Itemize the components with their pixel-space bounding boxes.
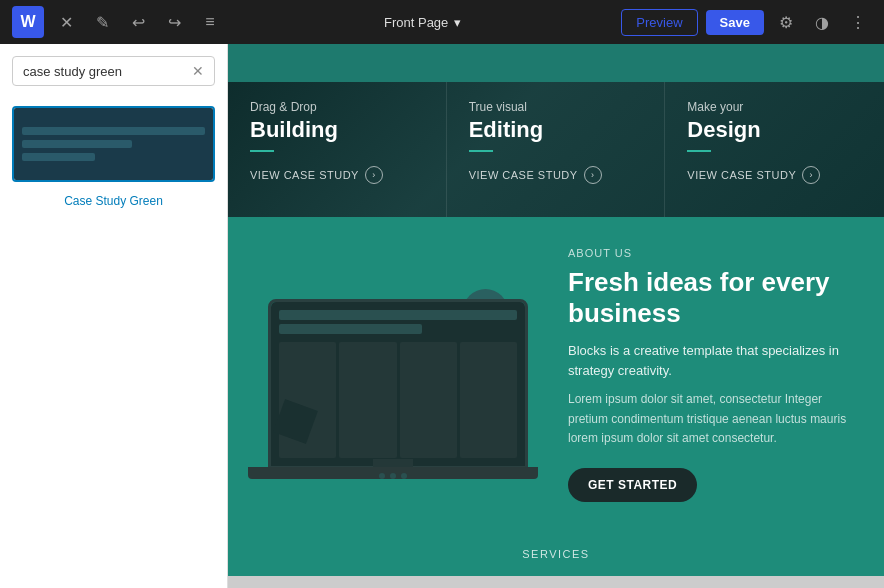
hero-subtitle-1: Drag & Drop [250, 100, 424, 114]
redo-icon: ↪ [168, 13, 181, 32]
chevron-down-icon: ▾ [454, 15, 461, 30]
about-text: ABOUT US Fresh ideas for every business … [538, 247, 854, 502]
hero-title-2: Editing [469, 118, 643, 142]
laptop-base [248, 467, 538, 479]
laptop-dot-1 [379, 473, 385, 479]
about-illustration [248, 269, 538, 479]
hero-card-2: True visual Editing VIEW CASE STUDY › [447, 82, 666, 217]
hero-section: Drag & Drop Building VIEW CASE STUDY › T… [228, 82, 884, 217]
hero-link-circle-2: › [584, 166, 602, 184]
thumb-row-1 [22, 127, 205, 135]
hero-link-3[interactable]: VIEW CASE STUDY › [687, 166, 862, 184]
hero-title-3: Design [687, 118, 862, 142]
pen-button[interactable]: ✎ [88, 8, 116, 36]
save-button[interactable]: Save [706, 10, 764, 35]
canvas-area[interactable]: Drag & Drop Building VIEW CASE STUDY › T… [228, 44, 884, 588]
laptop-stand [373, 459, 413, 467]
hero-divider-3 [687, 150, 711, 152]
sidebar: ✕ Case Study Green [0, 44, 228, 588]
list-icon: ≡ [205, 13, 214, 31]
services-label: SERVICES [244, 548, 868, 560]
pattern-thumb-inner [14, 108, 213, 180]
main-layout: ✕ Case Study Green Drag & Drop [0, 44, 884, 588]
dots-icon: ⋮ [850, 13, 866, 32]
close-button[interactable]: ✕ [52, 8, 80, 36]
screen-col-3 [400, 342, 457, 458]
hero-link-text-1: VIEW CASE STUDY [250, 169, 359, 181]
hero-card-1: Drag & Drop Building VIEW CASE STUDY › [228, 82, 447, 217]
wp-logo[interactable]: W [12, 6, 44, 38]
screen-bar-1 [279, 310, 517, 320]
screen-bar-2 [279, 324, 422, 334]
hero-divider-2 [469, 150, 493, 152]
redo-button[interactable]: ↪ [160, 8, 188, 36]
hero-subtitle-2: True visual [469, 100, 643, 114]
page-title-button[interactable]: Front Page ▾ [376, 11, 469, 34]
list-button[interactable]: ≡ [196, 8, 224, 36]
top-teal-bar [228, 44, 884, 82]
get-started-button[interactable]: GET STARTED [568, 468, 697, 502]
laptop-dot-2 [390, 473, 396, 479]
about-label: ABOUT US [568, 247, 854, 259]
preview-button[interactable]: Preview [621, 9, 697, 36]
sidebar-content: Case Study Green [0, 98, 227, 588]
pen-icon: ✎ [96, 13, 109, 32]
canvas-inner: Drag & Drop Building VIEW CASE STUDY › T… [228, 44, 884, 576]
topbar-left: W ✕ ✎ ↩ ↪ ≡ [12, 6, 224, 38]
screen-col-4 [460, 342, 517, 458]
search-clear-button[interactable]: ✕ [192, 63, 204, 79]
pattern-thumbnail[interactable] [12, 106, 215, 182]
hero-link-circle-3: › [802, 166, 820, 184]
close-icon: ✕ [60, 13, 73, 32]
more-options-button[interactable]: ⋮ [844, 8, 872, 36]
topbar-right: Preview Save ⚙ ◑ ⋮ [621, 8, 872, 36]
hero-link-circle-1: › [365, 166, 383, 184]
laptop-dots [379, 473, 407, 479]
hero-link-text-3: VIEW CASE STUDY [687, 169, 796, 181]
wp-logo-text: W [20, 13, 35, 31]
about-description: Blocks is a creative template that speci… [568, 341, 854, 380]
hero-title-1: Building [250, 118, 424, 142]
hero-link-1[interactable]: VIEW CASE STUDY › [250, 166, 424, 184]
services-section: SERVICES [228, 532, 884, 576]
hero-subtitle-3: Make your [687, 100, 862, 114]
gear-icon: ⚙ [779, 13, 793, 32]
pattern-label[interactable]: Case Study Green [12, 190, 215, 212]
about-section: ABOUT US Fresh ideas for every business … [228, 217, 884, 532]
hero-card-3: Make your Design VIEW CASE STUDY › [665, 82, 884, 217]
settings-button[interactable]: ⚙ [772, 8, 800, 36]
contrast-button[interactable]: ◑ [808, 8, 836, 36]
hero-divider-1 [250, 150, 274, 152]
contrast-icon: ◑ [815, 13, 829, 32]
sidebar-search-box[interactable]: ✕ [12, 56, 215, 86]
page-title-text: Front Page [384, 15, 448, 30]
hero-link-text-2: VIEW CASE STUDY [469, 169, 578, 181]
about-title: Fresh ideas for every business [568, 267, 854, 329]
laptop-screen-outer [268, 299, 528, 469]
undo-icon: ↩ [132, 13, 145, 32]
about-lorem: Lorem ipsum dolor sit amet, consectetur … [568, 390, 854, 448]
screen-col-2 [339, 342, 396, 458]
topbar-center: Front Page ▾ [376, 11, 469, 34]
hero-link-2[interactable]: VIEW CASE STUDY › [469, 166, 643, 184]
laptop-dot-3 [401, 473, 407, 479]
undo-button[interactable]: ↩ [124, 8, 152, 36]
laptop-screen-inner [271, 302, 525, 466]
thumb-row-3 [22, 153, 95, 161]
search-input[interactable] [23, 64, 192, 79]
thumb-row-2 [22, 140, 132, 148]
screen-content-rows [279, 342, 517, 458]
topbar: W ✕ ✎ ↩ ↪ ≡ Front Page ▾ Preview Save ⚙ … [0, 0, 884, 44]
